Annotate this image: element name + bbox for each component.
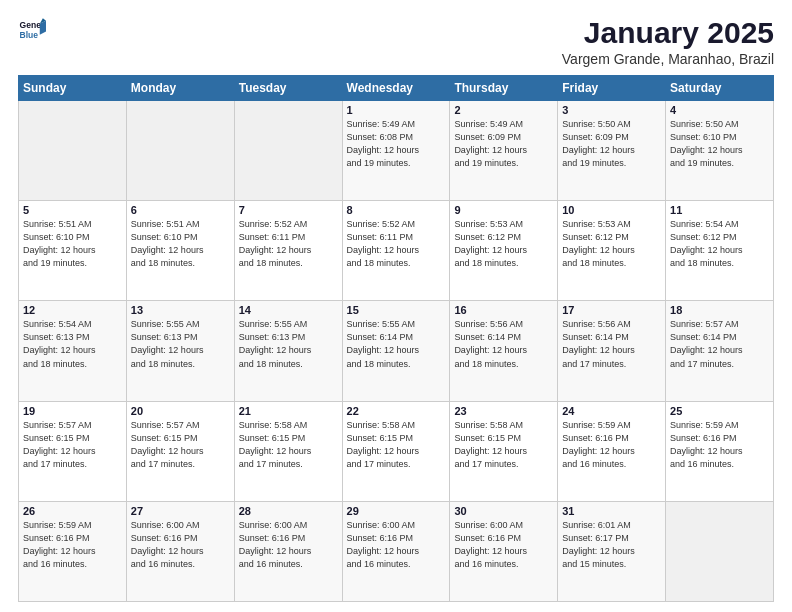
calendar-cell: 22Sunrise: 5:58 AMSunset: 6:15 PMDayligh… — [342, 401, 450, 501]
day-number: 3 — [562, 104, 661, 116]
day-info: Sunrise: 5:57 AMSunset: 6:15 PMDaylight:… — [131, 419, 230, 471]
day-info: Sunrise: 5:50 AMSunset: 6:10 PMDaylight:… — [670, 118, 769, 170]
day-info: Sunrise: 5:56 AMSunset: 6:14 PMDaylight:… — [562, 318, 661, 370]
week-row-1: 5Sunrise: 5:51 AMSunset: 6:10 PMDaylight… — [19, 201, 774, 301]
day-info: Sunrise: 5:49 AMSunset: 6:08 PMDaylight:… — [347, 118, 446, 170]
day-number: 4 — [670, 104, 769, 116]
day-number: 9 — [454, 204, 553, 216]
day-number: 16 — [454, 304, 553, 316]
calendar-cell: 25Sunrise: 5:59 AMSunset: 6:16 PMDayligh… — [666, 401, 774, 501]
day-info: Sunrise: 5:52 AMSunset: 6:11 PMDaylight:… — [347, 218, 446, 270]
calendar-cell: 23Sunrise: 5:58 AMSunset: 6:15 PMDayligh… — [450, 401, 558, 501]
day-info: Sunrise: 5:51 AMSunset: 6:10 PMDaylight:… — [23, 218, 122, 270]
calendar-cell: 11Sunrise: 5:54 AMSunset: 6:12 PMDayligh… — [666, 201, 774, 301]
calendar-cell: 5Sunrise: 5:51 AMSunset: 6:10 PMDaylight… — [19, 201, 127, 301]
day-number: 5 — [23, 204, 122, 216]
calendar-cell: 10Sunrise: 5:53 AMSunset: 6:12 PMDayligh… — [558, 201, 666, 301]
weekday-header-row: SundayMondayTuesdayWednesdayThursdayFrid… — [19, 76, 774, 101]
day-info: Sunrise: 5:51 AMSunset: 6:10 PMDaylight:… — [131, 218, 230, 270]
day-number: 2 — [454, 104, 553, 116]
day-number: 30 — [454, 505, 553, 517]
day-info: Sunrise: 5:55 AMSunset: 6:13 PMDaylight:… — [239, 318, 338, 370]
page: General Blue January 2025 Vargem Grande,… — [0, 0, 792, 612]
week-row-0: 1Sunrise: 5:49 AMSunset: 6:08 PMDaylight… — [19, 101, 774, 201]
day-info: Sunrise: 5:52 AMSunset: 6:11 PMDaylight:… — [239, 218, 338, 270]
day-number: 6 — [131, 204, 230, 216]
calendar-cell: 24Sunrise: 5:59 AMSunset: 6:16 PMDayligh… — [558, 401, 666, 501]
calendar-cell: 9Sunrise: 5:53 AMSunset: 6:12 PMDaylight… — [450, 201, 558, 301]
day-number: 21 — [239, 405, 338, 417]
weekday-saturday: Saturday — [666, 76, 774, 101]
calendar-cell: 29Sunrise: 6:00 AMSunset: 6:16 PMDayligh… — [342, 501, 450, 601]
day-info: Sunrise: 5:55 AMSunset: 6:14 PMDaylight:… — [347, 318, 446, 370]
day-info: Sunrise: 5:54 AMSunset: 6:13 PMDaylight:… — [23, 318, 122, 370]
calendar-cell: 21Sunrise: 5:58 AMSunset: 6:15 PMDayligh… — [234, 401, 342, 501]
day-number: 20 — [131, 405, 230, 417]
calendar-cell: 30Sunrise: 6:00 AMSunset: 6:16 PMDayligh… — [450, 501, 558, 601]
day-info: Sunrise: 5:58 AMSunset: 6:15 PMDaylight:… — [239, 419, 338, 471]
weekday-monday: Monday — [126, 76, 234, 101]
calendar-cell: 27Sunrise: 6:00 AMSunset: 6:16 PMDayligh… — [126, 501, 234, 601]
weekday-sunday: Sunday — [19, 76, 127, 101]
day-info: Sunrise: 6:00 AMSunset: 6:16 PMDaylight:… — [347, 519, 446, 571]
calendar-cell: 20Sunrise: 5:57 AMSunset: 6:15 PMDayligh… — [126, 401, 234, 501]
day-number: 23 — [454, 405, 553, 417]
day-info: Sunrise: 5:53 AMSunset: 6:12 PMDaylight:… — [562, 218, 661, 270]
day-info: Sunrise: 6:00 AMSunset: 6:16 PMDaylight:… — [131, 519, 230, 571]
logo: General Blue — [18, 16, 46, 44]
day-info: Sunrise: 5:59 AMSunset: 6:16 PMDaylight:… — [562, 419, 661, 471]
day-info: Sunrise: 5:59 AMSunset: 6:16 PMDaylight:… — [670, 419, 769, 471]
calendar-cell: 26Sunrise: 5:59 AMSunset: 6:16 PMDayligh… — [19, 501, 127, 601]
day-info: Sunrise: 6:01 AMSunset: 6:17 PMDaylight:… — [562, 519, 661, 571]
calendar-cell: 18Sunrise: 5:57 AMSunset: 6:14 PMDayligh… — [666, 301, 774, 401]
title-block: January 2025 Vargem Grande, Maranhao, Br… — [562, 16, 774, 67]
calendar-cell: 19Sunrise: 5:57 AMSunset: 6:15 PMDayligh… — [19, 401, 127, 501]
day-number: 17 — [562, 304, 661, 316]
day-info: Sunrise: 6:00 AMSunset: 6:16 PMDaylight:… — [454, 519, 553, 571]
day-number: 11 — [670, 204, 769, 216]
day-number: 18 — [670, 304, 769, 316]
day-info: Sunrise: 5:53 AMSunset: 6:12 PMDaylight:… — [454, 218, 553, 270]
calendar-cell: 16Sunrise: 5:56 AMSunset: 6:14 PMDayligh… — [450, 301, 558, 401]
weekday-wednesday: Wednesday — [342, 76, 450, 101]
day-number: 15 — [347, 304, 446, 316]
day-info: Sunrise: 5:55 AMSunset: 6:13 PMDaylight:… — [131, 318, 230, 370]
calendar-title: January 2025 — [562, 16, 774, 49]
day-number: 29 — [347, 505, 446, 517]
day-info: Sunrise: 6:00 AMSunset: 6:16 PMDaylight:… — [239, 519, 338, 571]
calendar-cell: 8Sunrise: 5:52 AMSunset: 6:11 PMDaylight… — [342, 201, 450, 301]
day-number: 7 — [239, 204, 338, 216]
day-info: Sunrise: 5:58 AMSunset: 6:15 PMDaylight:… — [454, 419, 553, 471]
day-info: Sunrise: 5:56 AMSunset: 6:14 PMDaylight:… — [454, 318, 553, 370]
header: General Blue January 2025 Vargem Grande,… — [18, 16, 774, 67]
calendar-cell — [19, 101, 127, 201]
calendar-cell — [234, 101, 342, 201]
day-info: Sunrise: 5:50 AMSunset: 6:09 PMDaylight:… — [562, 118, 661, 170]
calendar-table: SundayMondayTuesdayWednesdayThursdayFrid… — [18, 75, 774, 602]
calendar-cell: 3Sunrise: 5:50 AMSunset: 6:09 PMDaylight… — [558, 101, 666, 201]
logo-icon: General Blue — [18, 16, 46, 44]
calendar-cell: 6Sunrise: 5:51 AMSunset: 6:10 PMDaylight… — [126, 201, 234, 301]
weekday-friday: Friday — [558, 76, 666, 101]
day-number: 26 — [23, 505, 122, 517]
day-info: Sunrise: 5:49 AMSunset: 6:09 PMDaylight:… — [454, 118, 553, 170]
calendar-cell: 4Sunrise: 5:50 AMSunset: 6:10 PMDaylight… — [666, 101, 774, 201]
week-row-4: 26Sunrise: 5:59 AMSunset: 6:16 PMDayligh… — [19, 501, 774, 601]
calendar-cell — [126, 101, 234, 201]
calendar-cell: 7Sunrise: 5:52 AMSunset: 6:11 PMDaylight… — [234, 201, 342, 301]
week-row-2: 12Sunrise: 5:54 AMSunset: 6:13 PMDayligh… — [19, 301, 774, 401]
day-number: 24 — [562, 405, 661, 417]
day-number: 28 — [239, 505, 338, 517]
calendar-cell: 12Sunrise: 5:54 AMSunset: 6:13 PMDayligh… — [19, 301, 127, 401]
svg-text:Blue: Blue — [20, 30, 39, 40]
calendar-cell — [666, 501, 774, 601]
calendar-subtitle: Vargem Grande, Maranhao, Brazil — [562, 51, 774, 67]
day-number: 25 — [670, 405, 769, 417]
day-info: Sunrise: 5:57 AMSunset: 6:15 PMDaylight:… — [23, 419, 122, 471]
day-number: 8 — [347, 204, 446, 216]
day-info: Sunrise: 5:57 AMSunset: 6:14 PMDaylight:… — [670, 318, 769, 370]
calendar-cell: 15Sunrise: 5:55 AMSunset: 6:14 PMDayligh… — [342, 301, 450, 401]
day-number: 19 — [23, 405, 122, 417]
day-number: 12 — [23, 304, 122, 316]
calendar-cell: 2Sunrise: 5:49 AMSunset: 6:09 PMDaylight… — [450, 101, 558, 201]
